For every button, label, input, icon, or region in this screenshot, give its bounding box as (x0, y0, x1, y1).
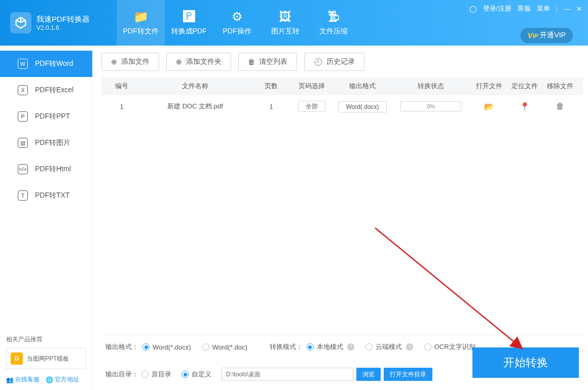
related-title: 相关产品推荐 (6, 335, 86, 344)
open-file-icon[interactable]: 📂 (484, 102, 494, 111)
start-convert-button[interactable]: 开始转换 (472, 347, 579, 378)
zip-icon: 🗜 (327, 10, 340, 24)
dir-original-radio[interactable]: 原目录 (141, 370, 171, 379)
sidebar-item-txt[interactable]: TPDF转TXT (0, 182, 92, 209)
html-icon: </> (18, 164, 28, 174)
app-name: 我速PDF转换器 (36, 15, 90, 24)
page-select-button[interactable]: 全部 (298, 101, 325, 112)
tab-pdf-to-file[interactable]: 📁PDF转文件 (117, 0, 165, 46)
online-service-link[interactable]: 👥 在线客服 (6, 375, 40, 384)
minimize-button[interactable]: — (564, 5, 570, 13)
sidebar-item-html[interactable]: </>PDF转Html (0, 156, 92, 182)
sidebar-item-word[interactable]: WPDF转Word (0, 51, 92, 77)
plus-icon: ⊕ (111, 58, 117, 66)
logo-area: 我速PDF转换器 V2.0.1.6 (0, 12, 117, 33)
vip-button[interactable]: VIP开通VIP (521, 28, 573, 43)
tab-pdf-ops[interactable]: ⚙PDF操作 (213, 0, 261, 46)
folder-icon: 📁 (133, 10, 149, 24)
sidebar-item-excel[interactable]: XPDF转Excel (0, 77, 92, 103)
support-link[interactable]: 客服 (518, 4, 531, 13)
row-pages: 1 (253, 103, 289, 110)
toolbar: ⊕添加文件 ⊕添加文件夹 🗑清空列表 🕘历史记录 (101, 53, 583, 71)
table-row: 1 新建 DOC 文档.pdf 1 全部 Word(.docx) 0% 📂 📍 … (101, 95, 583, 118)
mode-ocr-radio[interactable]: OCR文字识别 (424, 342, 475, 352)
format-docx-radio[interactable]: Word(*.docx) (142, 343, 191, 351)
table-header: 编号 文件名称 页数 页码选择 输出格式 转换状态 打开文件 定位文件 移除文件 (101, 77, 583, 95)
clock-icon: 🕘 (314, 58, 322, 66)
pdf-icon: 🅿 (183, 10, 195, 24)
locate-file-icon[interactable]: 📍 (520, 102, 530, 111)
close-button[interactable]: ✕ (576, 5, 582, 13)
mode-local-radio[interactable]: 本地模式? (307, 342, 354, 352)
image-icon: ▧ (18, 138, 28, 148)
row-number: 1 (106, 103, 137, 110)
promo-icon: D (11, 353, 23, 365)
sidebar: WPDF转Word XPDF转Excel PPDF转PPT ▧PDF转图片 </… (0, 46, 92, 390)
open-dir-button[interactable]: 打开文件目录 (384, 368, 432, 381)
word-icon: W (18, 59, 28, 69)
tab-to-pdf[interactable]: 🅿转换成PDF (165, 0, 213, 46)
txt-icon: T (18, 190, 28, 201)
header: 我速PDF转换器 V2.0.1.6 📁PDF转文件 🅿转换成PDF ⚙PDF操作… (0, 0, 588, 46)
ppt-icon: P (18, 111, 28, 122)
help-icon[interactable]: ? (347, 343, 354, 350)
dir-custom-radio[interactable]: 自定义 (181, 370, 211, 379)
image-icon: 🖼 (279, 10, 291, 24)
tab-image[interactable]: 🖼图片互转 (261, 0, 309, 46)
output-path-input[interactable] (222, 368, 353, 381)
trash-icon: 🗑 (248, 58, 255, 66)
app-logo-icon (10, 12, 31, 33)
menu-link[interactable]: 菜单 (537, 4, 550, 13)
folder-plus-icon: ⊕ (176, 58, 182, 66)
add-file-button[interactable]: ⊕添加文件 (101, 53, 159, 71)
excel-icon: X (18, 85, 28, 95)
history-button[interactable]: 🕘历史记录 (304, 53, 364, 71)
remove-file-icon[interactable]: 🗑 (556, 102, 564, 110)
gear-icon: ⚙ (232, 10, 243, 24)
user-icon: ◯ (469, 5, 477, 13)
main-tabs: 📁PDF转文件 🅿转换成PDF ⚙PDF操作 🖼图片互转 🗜文件压缩 (117, 0, 357, 46)
sidebar-item-ppt[interactable]: PPDF转PPT (0, 103, 92, 130)
clear-list-button[interactable]: 🗑清空列表 (238, 53, 297, 71)
promo-item[interactable]: D 当图网PPT模板 (6, 348, 86, 369)
format-select-button[interactable]: Word(.docx) (338, 101, 386, 112)
login-link[interactable]: 登录/注册 (483, 4, 511, 13)
mode-cloud-radio[interactable]: 云端模式? (365, 342, 413, 352)
browse-button[interactable]: 浏览 (356, 368, 381, 381)
add-folder-button[interactable]: ⊕添加文件夹 (166, 53, 231, 71)
help-icon[interactable]: ? (406, 343, 413, 350)
official-site-link[interactable]: 🌐 官方地址 (46, 375, 79, 384)
row-filename: 新建 DOC 文档.pdf (137, 102, 253, 111)
app-version: V2.0.1.6 (36, 24, 90, 31)
header-right: ◯ 登录/注册 客服 菜单 | — ✕ (469, 4, 582, 13)
main-panel: ⊕添加文件 ⊕添加文件夹 🗑清空列表 🕘历史记录 编号 文件名称 页数 页码选择… (92, 46, 588, 390)
progress-bar: 0% (400, 101, 461, 111)
sidebar-item-image[interactable]: ▧PDF转图片 (0, 130, 92, 156)
tab-compress[interactable]: 🗜文件压缩 (309, 0, 357, 46)
format-doc-radio[interactable]: Word(*.doc) (202, 343, 247, 351)
